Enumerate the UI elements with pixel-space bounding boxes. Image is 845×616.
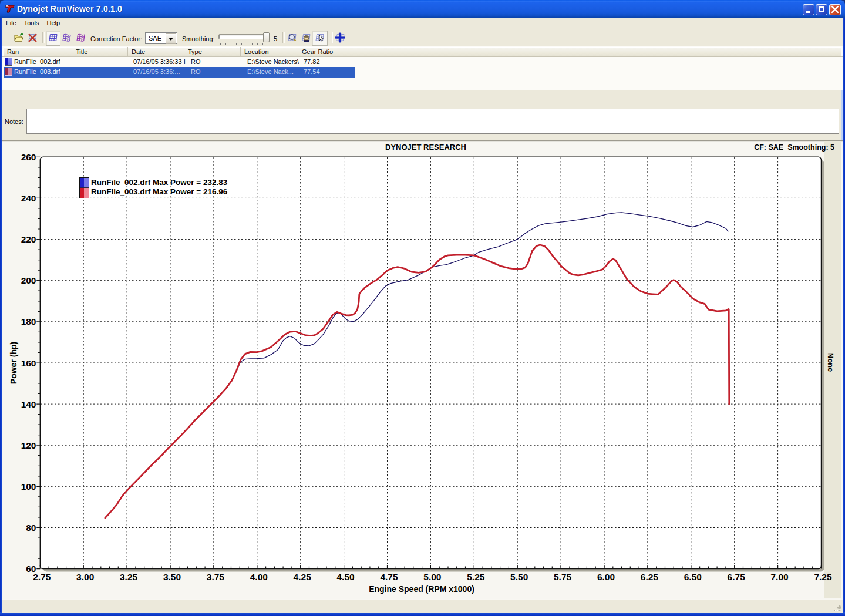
svg-text:5.50: 5.50 [510,572,528,582]
svg-text:6.00: 6.00 [597,572,615,582]
svg-text:3.75: 3.75 [207,572,225,582]
svg-text:6.25: 6.25 [641,572,659,582]
svg-text:180: 180 [21,317,36,326]
svg-text:Power (hp): Power (hp) [9,342,18,384]
svg-text:80: 80 [26,523,36,533]
svg-text:4.00: 4.00 [250,572,268,582]
svg-text:4.25: 4.25 [294,572,312,582]
svg-text:6.75: 6.75 [728,572,746,582]
svg-text:220: 220 [21,234,36,244]
svg-text:3.00: 3.00 [76,572,94,582]
svg-text:DYNOJET RESEARCH: DYNOJET RESEARCH [385,143,466,152]
svg-text:5.25: 5.25 [467,572,485,582]
svg-text:4.75: 4.75 [380,572,398,582]
svg-text:140: 140 [21,399,36,409]
svg-text:6.50: 6.50 [684,572,702,582]
svg-text:4.50: 4.50 [337,572,355,582]
svg-text:100: 100 [21,482,36,492]
svg-text:120: 120 [21,440,36,450]
svg-text:240: 240 [21,193,36,203]
svg-text:3.25: 3.25 [120,572,138,582]
svg-text:None: None [826,353,835,372]
svg-text:3.50: 3.50 [163,572,181,582]
svg-text:RunFile_003.drf Max Power = 21: RunFile_003.drf Max Power = 216.96 [91,187,228,196]
svg-text:7.00: 7.00 [771,572,789,582]
svg-text:5.00: 5.00 [423,572,441,582]
svg-text:7.25: 7.25 [814,572,832,582]
svg-text:160: 160 [21,358,36,368]
svg-text:5.75: 5.75 [554,572,572,582]
svg-text:CF: SAE Smoothing: 5: CF: SAE Smoothing: 5 [754,143,834,152]
svg-text:Engine Speed (RPM x1000): Engine Speed (RPM x1000) [369,584,474,594]
svg-text:200: 200 [21,275,36,285]
svg-text:2.75: 2.75 [33,572,51,582]
svg-text:260: 260 [21,152,36,162]
svg-text:RunFile_002.drf Max Power = 23: RunFile_002.drf Max Power = 232.83 [91,178,228,187]
